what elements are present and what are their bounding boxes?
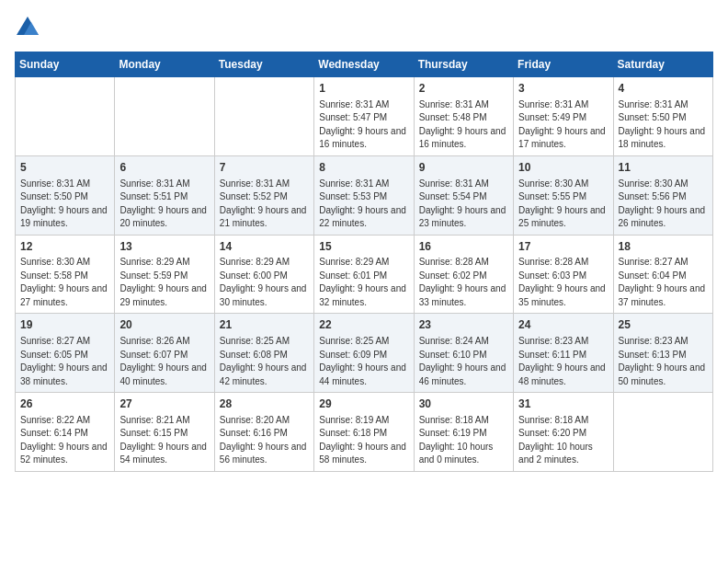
calendar-cell (16, 77, 115, 156)
cell-content: Sunrise: 8:31 AMSunset: 5:51 PMDaylight:… (119, 178, 209, 231)
calendar-cell: 23Sunrise: 8:24 AMSunset: 6:10 PMDayligh… (414, 314, 513, 393)
cell-content: Sunrise: 8:24 AMSunset: 6:10 PMDaylight:… (419, 335, 508, 388)
day-number: 27 (119, 396, 209, 412)
cell-content: Sunrise: 8:31 AMSunset: 5:49 PMDaylight:… (518, 98, 608, 152)
day-number: 3 (518, 81, 608, 97)
calendar-cell: 1Sunrise: 8:31 AMSunset: 5:47 PMDaylight… (314, 77, 414, 156)
day-number: 17 (518, 239, 608, 255)
day-number: 16 (419, 239, 508, 255)
cell-content: Sunrise: 8:27 AMSunset: 6:05 PMDaylight:… (20, 335, 109, 388)
cell-content: Sunrise: 8:18 AMSunset: 6:20 PMDaylight:… (518, 414, 608, 467)
day-header: Thursday (414, 52, 513, 77)
day-number: 28 (220, 396, 309, 412)
cell-content: Sunrise: 8:23 AMSunset: 6:11 PMDaylight:… (518, 335, 608, 388)
day-number: 26 (20, 396, 109, 412)
day-number: 24 (518, 317, 608, 333)
calendar-cell: 8Sunrise: 8:31 AMSunset: 5:53 PMDaylight… (314, 155, 414, 235)
calendar-cell: 28Sunrise: 8:20 AMSunset: 6:16 PMDayligh… (214, 393, 313, 472)
logo (15, 15, 44, 40)
calendar-table: SundayMondayTuesdayWednesdayThursdayFrid… (15, 52, 713, 472)
calendar-cell: 22Sunrise: 8:25 AMSunset: 6:09 PMDayligh… (314, 314, 414, 393)
calendar-week-row: 5Sunrise: 8:31 AMSunset: 5:50 PMDaylight… (16, 155, 713, 235)
day-number: 7 (220, 160, 309, 176)
cell-content: Sunrise: 8:31 AMSunset: 5:50 PMDaylight:… (20, 178, 109, 231)
page-header (15, 15, 713, 40)
calendar-week-row: 26Sunrise: 8:22 AMSunset: 6:14 PMDayligh… (16, 393, 713, 472)
day-number: 13 (119, 239, 209, 255)
calendar-cell: 29Sunrise: 8:19 AMSunset: 6:18 PMDayligh… (314, 393, 414, 472)
cell-content: Sunrise: 8:30 AMSunset: 5:58 PMDaylight:… (20, 256, 109, 309)
day-number: 6 (119, 160, 209, 176)
cell-content: Sunrise: 8:23 AMSunset: 6:13 PMDaylight:… (619, 335, 708, 388)
calendar-cell (613, 393, 712, 472)
cell-content: Sunrise: 8:31 AMSunset: 5:48 PMDaylight:… (419, 98, 508, 152)
calendar-cell: 3Sunrise: 8:31 AMSunset: 5:49 PMDaylight… (514, 77, 613, 156)
calendar-cell: 31Sunrise: 8:18 AMSunset: 6:20 PMDayligh… (514, 393, 613, 472)
cell-content: Sunrise: 8:31 AMSunset: 5:54 PMDaylight:… (419, 178, 508, 231)
calendar-cell: 4Sunrise: 8:31 AMSunset: 5:50 PMDaylight… (613, 77, 712, 156)
cell-content: Sunrise: 8:28 AMSunset: 6:03 PMDaylight:… (518, 256, 608, 309)
calendar-week-row: 12Sunrise: 8:30 AMSunset: 5:58 PMDayligh… (16, 235, 713, 314)
cell-content: Sunrise: 8:25 AMSunset: 6:08 PMDaylight:… (220, 335, 309, 388)
calendar-cell: 15Sunrise: 8:29 AMSunset: 6:01 PMDayligh… (314, 235, 414, 314)
day-number: 31 (518, 396, 608, 412)
calendar-cell (214, 77, 313, 156)
calendar-cell: 7Sunrise: 8:31 AMSunset: 5:52 PMDaylight… (214, 155, 313, 235)
day-header: Tuesday (214, 52, 313, 77)
day-header: Friday (514, 52, 613, 77)
calendar-cell: 11Sunrise: 8:30 AMSunset: 5:56 PMDayligh… (613, 155, 712, 235)
calendar-cell: 18Sunrise: 8:27 AMSunset: 6:04 PMDayligh… (613, 235, 712, 314)
cell-content: Sunrise: 8:25 AMSunset: 6:09 PMDaylight:… (319, 335, 408, 388)
day-number: 19 (20, 317, 109, 333)
logo-icon (15, 15, 40, 40)
cell-content: Sunrise: 8:29 AMSunset: 6:00 PMDaylight:… (220, 256, 309, 309)
day-number: 4 (619, 81, 708, 97)
cell-content: Sunrise: 8:30 AMSunset: 5:56 PMDaylight:… (619, 178, 708, 231)
day-number: 23 (419, 317, 508, 333)
day-number: 18 (619, 239, 708, 255)
cell-content: Sunrise: 8:30 AMSunset: 5:55 PMDaylight:… (518, 178, 608, 231)
cell-content: Sunrise: 8:28 AMSunset: 6:02 PMDaylight:… (419, 256, 508, 309)
calendar-cell: 20Sunrise: 8:26 AMSunset: 6:07 PMDayligh… (115, 314, 214, 393)
day-number: 15 (319, 239, 408, 255)
calendar-cell: 30Sunrise: 8:18 AMSunset: 6:19 PMDayligh… (414, 393, 513, 472)
calendar-cell: 17Sunrise: 8:28 AMSunset: 6:03 PMDayligh… (514, 235, 613, 314)
day-number: 20 (119, 317, 209, 333)
cell-content: Sunrise: 8:31 AMSunset: 5:50 PMDaylight:… (619, 98, 708, 152)
day-number: 22 (319, 317, 408, 333)
day-header: Wednesday (314, 52, 414, 77)
calendar-cell: 10Sunrise: 8:30 AMSunset: 5:55 PMDayligh… (514, 155, 613, 235)
calendar-cell: 16Sunrise: 8:28 AMSunset: 6:02 PMDayligh… (414, 235, 513, 314)
calendar-cell: 26Sunrise: 8:22 AMSunset: 6:14 PMDayligh… (16, 393, 115, 472)
calendar-cell: 13Sunrise: 8:29 AMSunset: 5:59 PMDayligh… (115, 235, 214, 314)
cell-content: Sunrise: 8:20 AMSunset: 6:16 PMDaylight:… (220, 414, 309, 467)
cell-content: Sunrise: 8:31 AMSunset: 5:52 PMDaylight:… (220, 178, 309, 231)
day-number: 14 (220, 239, 309, 255)
calendar-week-row: 19Sunrise: 8:27 AMSunset: 6:05 PMDayligh… (16, 314, 713, 393)
calendar-cell: 27Sunrise: 8:21 AMSunset: 6:15 PMDayligh… (115, 393, 214, 472)
day-number: 29 (319, 396, 408, 412)
day-number: 11 (619, 160, 708, 176)
calendar-cell: 25Sunrise: 8:23 AMSunset: 6:13 PMDayligh… (613, 314, 712, 393)
day-number: 1 (319, 81, 408, 97)
calendar-cell: 5Sunrise: 8:31 AMSunset: 5:50 PMDaylight… (16, 155, 115, 235)
calendar-cell: 24Sunrise: 8:23 AMSunset: 6:11 PMDayligh… (514, 314, 613, 393)
cell-content: Sunrise: 8:19 AMSunset: 6:18 PMDaylight:… (319, 414, 408, 467)
day-number: 25 (619, 317, 708, 333)
calendar-cell: 12Sunrise: 8:30 AMSunset: 5:58 PMDayligh… (16, 235, 115, 314)
cell-content: Sunrise: 8:22 AMSunset: 6:14 PMDaylight:… (20, 414, 109, 467)
calendar-cell: 9Sunrise: 8:31 AMSunset: 5:54 PMDaylight… (414, 155, 513, 235)
day-header: Sunday (16, 52, 115, 77)
cell-content: Sunrise: 8:26 AMSunset: 6:07 PMDaylight:… (119, 335, 209, 388)
cell-content: Sunrise: 8:31 AMSunset: 5:53 PMDaylight:… (319, 178, 408, 231)
day-number: 2 (419, 81, 508, 97)
calendar-cell: 21Sunrise: 8:25 AMSunset: 6:08 PMDayligh… (214, 314, 313, 393)
cell-content: Sunrise: 8:18 AMSunset: 6:19 PMDaylight:… (419, 414, 508, 467)
day-header: Saturday (613, 52, 712, 77)
calendar-cell (115, 77, 214, 156)
calendar-cell: 2Sunrise: 8:31 AMSunset: 5:48 PMDaylight… (414, 77, 513, 156)
calendar-cell: 6Sunrise: 8:31 AMSunset: 5:51 PMDaylight… (115, 155, 214, 235)
cell-content: Sunrise: 8:29 AMSunset: 6:01 PMDaylight:… (319, 256, 408, 309)
day-number: 30 (419, 396, 508, 412)
cell-content: Sunrise: 8:31 AMSunset: 5:47 PMDaylight:… (319, 98, 408, 152)
